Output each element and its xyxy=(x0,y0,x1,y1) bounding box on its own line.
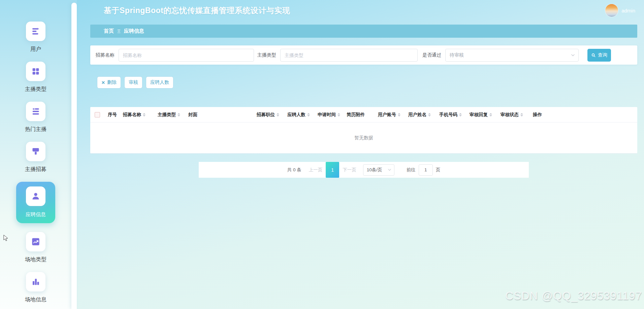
column-headers: 序号 招募名称 主播类型 xyxy=(104,107,637,122)
sidebar-item[interactable]: 热门主播 xyxy=(14,102,57,133)
column-header-label: 用户姓名 xyxy=(408,112,426,118)
sort-caret-icon xyxy=(520,112,523,118)
sidebar-item-tile xyxy=(26,272,45,291)
column-header[interactable]: 用户账号 xyxy=(375,112,405,118)
chevron-down-icon xyxy=(571,53,575,57)
sidebar-item[interactable]: 应聘信息 xyxy=(16,182,55,223)
column-header-label: 审核回复 xyxy=(470,112,488,118)
sidebar-item[interactable]: 主播招募 xyxy=(14,142,57,173)
column-header[interactable]: 主播类型 xyxy=(154,112,185,118)
sort-caret-icon xyxy=(178,112,180,118)
action-toolbar: ✕ 删除 审核 应聘人数 xyxy=(90,76,637,89)
sort-caret-icon xyxy=(459,112,462,118)
query-button[interactable]: 查询 xyxy=(587,49,611,62)
goto-label: 前往 xyxy=(407,167,416,173)
delete-button-label: 删除 xyxy=(107,79,117,85)
sidebar-item-tile xyxy=(26,232,45,251)
watermark-text: CSDN @QQ_3295391197 xyxy=(505,289,642,302)
content: 首页 Ξ 应聘信息 招募名称 主播类型 是否通过 待审核 查询 ✕ 删除 xyxy=(90,25,637,178)
column-header[interactable]: 用户姓名 xyxy=(405,112,436,118)
column-header-label: 简历附件 xyxy=(347,112,365,118)
sidebar-item-label: 场地类型 xyxy=(25,256,46,263)
column-header[interactable]: 招募职位 xyxy=(253,112,284,118)
next-page-button[interactable]: 下一页 xyxy=(339,167,360,173)
column-header[interactable]: 简历附件 xyxy=(343,112,375,118)
goto-page-input[interactable] xyxy=(419,164,433,176)
sidebar-item-tile xyxy=(26,186,45,206)
recruit-name-input[interactable] xyxy=(119,49,254,62)
chevron-down-icon xyxy=(388,168,391,172)
page-size-select[interactable]: 10条/页 xyxy=(363,164,394,176)
column-header-label: 序号 xyxy=(108,112,117,118)
menu-lines-icon xyxy=(31,26,41,36)
sidebar-item[interactable]: 主播类型 xyxy=(14,62,57,93)
applicant-count-button[interactable]: 应聘人数 xyxy=(146,76,173,89)
column-header-label: 应聘人数 xyxy=(287,112,305,118)
column-header[interactable]: 应聘人数 xyxy=(284,112,314,118)
sidebar-item-label: 热门主播 xyxy=(25,126,46,133)
data-table: 序号 招募名称 主播类型 xyxy=(90,107,637,153)
column-header[interactable]: 操作 xyxy=(529,112,553,118)
sidebar-item-label: 主播招募 xyxy=(25,166,46,173)
search-form: 招募名称 主播类型 是否通过 待审核 查询 xyxy=(90,45,637,65)
pass-status-value: 待审核 xyxy=(450,52,464,58)
column-header-label: 手机号码 xyxy=(439,112,457,118)
grid-icon xyxy=(31,66,41,76)
anchor-type-input[interactable] xyxy=(280,49,418,62)
sidebar-edge-divider xyxy=(71,3,77,309)
sidebar-item[interactable]: 场地类型 xyxy=(14,232,57,263)
sidebar-item-tile xyxy=(26,22,45,41)
column-header[interactable]: 审核状态 xyxy=(497,112,529,118)
page-size-value: 10条/页 xyxy=(367,167,382,173)
column-header[interactable]: 审核回复 xyxy=(466,112,497,118)
column-header-label: 主播类型 xyxy=(158,112,176,118)
pagination: 共 0 条 上一页 1 下一页 10条/页 前往 页 xyxy=(199,162,529,178)
menu-arrow-icon xyxy=(31,106,41,116)
column-header[interactable]: 序号 xyxy=(104,112,120,118)
sidebar-item-tile xyxy=(26,62,45,81)
sort-caret-icon xyxy=(428,112,431,118)
sidebar-item[interactable]: 用户 xyxy=(14,22,57,53)
pass-status-label: 是否通过 xyxy=(422,52,441,58)
x-icon: ✕ xyxy=(101,80,105,85)
column-header[interactable]: 申请时间 xyxy=(314,112,343,118)
person-icon xyxy=(31,191,41,201)
main-area: 基于SpringBoot的忘忧传媒直播管理系统设计与实现 admin 首页 Ξ … xyxy=(77,0,644,178)
username-label: admin xyxy=(621,8,635,13)
pass-status-select[interactable]: 待审核 xyxy=(445,49,579,62)
select-all-checkbox[interactable] xyxy=(90,112,104,117)
goto-page-group: 前往 页 xyxy=(407,164,441,176)
recruit-name-label: 招募名称 xyxy=(96,52,115,58)
audit-button[interactable]: 审核 xyxy=(124,76,142,89)
sort-caret-icon xyxy=(143,112,146,118)
current-page-button[interactable]: 1 xyxy=(326,162,339,178)
column-header-label: 操作 xyxy=(533,112,542,118)
breadcrumb: 首页 Ξ 应聘信息 xyxy=(90,25,637,38)
goto-unit-label: 页 xyxy=(436,167,441,173)
prev-page-button[interactable]: 上一页 xyxy=(305,167,326,173)
sidebar-item-label: 主播类型 xyxy=(25,86,46,93)
search-icon xyxy=(591,53,596,58)
column-header[interactable]: 手机号码 xyxy=(436,112,466,118)
breadcrumb-home[interactable]: 首页 xyxy=(104,28,114,34)
breadcrumb-separator-icon: Ξ xyxy=(117,28,121,34)
column-header-label: 用户账号 xyxy=(378,112,396,118)
page-title: 基于SpringBoot的忘忧传媒直播管理系统设计与实现 xyxy=(104,5,605,16)
column-header-label: 申请时间 xyxy=(318,112,336,118)
sidebar-item-label: 用户 xyxy=(30,46,41,53)
table-header: 序号 招募名称 主播类型 xyxy=(90,107,637,123)
column-header-label: 招募名称 xyxy=(123,112,141,118)
sort-caret-icon xyxy=(489,112,492,118)
delete-button[interactable]: ✕ 删除 xyxy=(97,76,121,89)
empty-state-text: 暂无数据 xyxy=(90,123,637,153)
sort-caret-icon xyxy=(277,112,279,118)
column-header[interactable]: 封面 xyxy=(185,112,253,118)
column-header[interactable]: 招募名称 xyxy=(120,112,154,118)
sidebar-item-label: 应聘信息 xyxy=(26,211,46,218)
sidebar-item[interactable]: 场地信息 xyxy=(14,272,57,303)
user-menu[interactable]: admin xyxy=(605,4,635,17)
checkbox-icon xyxy=(95,112,100,117)
sidebar-item-label: 场地信息 xyxy=(25,296,46,303)
query-button-label: 查询 xyxy=(598,52,607,58)
sidebar: 用户 主播类型 热门主播 主播招募 应聘信息 xyxy=(0,0,77,309)
